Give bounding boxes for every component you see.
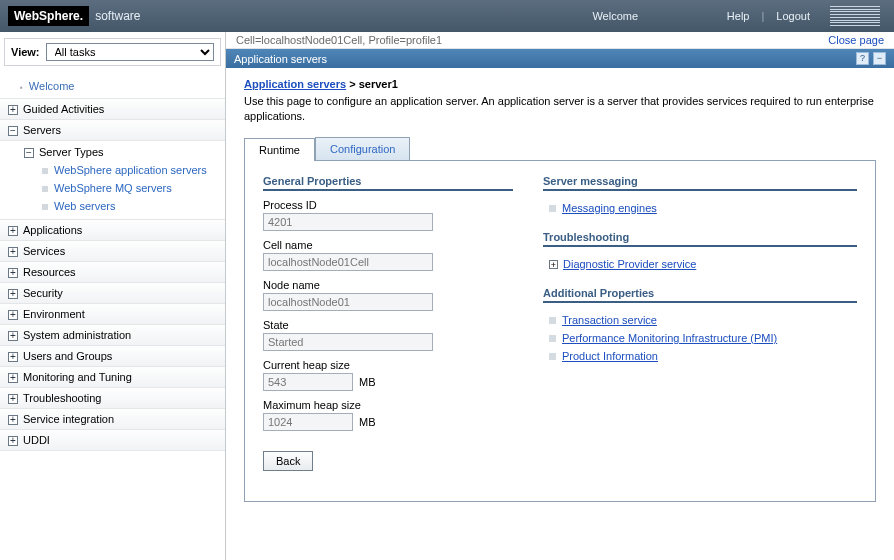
top-bar: WebSphere. software Welcome Help | Logou… (0, 0, 894, 32)
expand-icon[interactable]: + (549, 260, 558, 269)
tab-configuration[interactable]: Configuration (315, 137, 410, 160)
bullet-icon (549, 353, 556, 360)
input-cell-name (263, 253, 433, 271)
back-button[interactable]: Back (263, 451, 313, 471)
expand-icon[interactable]: + (8, 247, 18, 257)
nav-uddi[interactable]: +UDDI (0, 430, 225, 451)
crumb-current: server1 (359, 78, 398, 90)
cell-path: Cell=localhostNode01Cell, Profile=profil… (236, 34, 442, 46)
crumb-appservers[interactable]: Application servers (244, 78, 346, 90)
nav-web[interactable]: Web servers (22, 197, 225, 215)
section-additional-properties: Additional Properties (543, 287, 857, 303)
panel-title: Application servers (234, 53, 327, 65)
view-label: View: (11, 46, 40, 58)
page-description: Use this page to configure an applicatio… (244, 94, 876, 125)
collapse-icon[interactable]: − (8, 126, 18, 136)
input-state (263, 333, 433, 351)
expand-icon[interactable]: + (8, 310, 18, 320)
expand-icon[interactable]: + (8, 436, 18, 446)
expand-icon[interactable]: + (8, 415, 18, 425)
nav-resources[interactable]: +Resources (0, 262, 225, 283)
expand-icon[interactable]: + (8, 373, 18, 383)
nav-service-integration[interactable]: +Service integration (0, 409, 225, 430)
link-transaction-service[interactable]: Transaction service (562, 314, 657, 326)
bullet-icon (549, 205, 556, 212)
nav-tree: Welcome +Guided Activities −Servers −Ser… (0, 72, 225, 451)
expand-icon[interactable]: + (8, 226, 18, 236)
panel: Application servers ? − Application serv… (226, 49, 894, 522)
link-messaging-engines[interactable]: Messaging engines (562, 202, 657, 214)
tab-runtime[interactable]: Runtime (244, 138, 315, 161)
close-page-link[interactable]: Close page (828, 34, 884, 46)
nav-mq[interactable]: WebSphere MQ servers (22, 179, 225, 197)
top-help[interactable]: Help (727, 10, 750, 22)
input-max-heap (263, 413, 353, 431)
label-cell-name: Cell name (263, 239, 513, 251)
view-select[interactable]: All tasks (46, 43, 214, 61)
section-troubleshooting: Troubleshooting (543, 231, 857, 247)
brand-strong: WebSphere. (8, 6, 89, 26)
brand-suffix: software (95, 9, 140, 23)
nav-welcome[interactable]: Welcome (0, 74, 225, 99)
nav-troubleshooting[interactable]: +Troubleshooting (0, 388, 225, 409)
nav-users[interactable]: +Users and Groups (0, 346, 225, 367)
unit-mb: MB (359, 376, 376, 388)
ibm-logo (830, 6, 880, 26)
top-sep: | (761, 10, 764, 22)
label-state: State (263, 319, 513, 331)
nav-server-types[interactable]: −Server Types (22, 143, 225, 161)
view-row: View: All tasks (4, 38, 221, 66)
help-icon[interactable]: ? (856, 52, 869, 65)
minimize-icon[interactable]: − (873, 52, 886, 65)
top-welcome[interactable]: Welcome (592, 10, 638, 22)
expand-icon[interactable]: + (8, 289, 18, 299)
expand-icon[interactable]: + (8, 268, 18, 278)
nav-sysadmin[interactable]: +System administration (0, 325, 225, 346)
input-node-name (263, 293, 433, 311)
input-process-id (263, 213, 433, 231)
nav-security[interactable]: +Security (0, 283, 225, 304)
nav-was[interactable]: WebSphere application servers (22, 161, 225, 179)
input-current-heap (263, 373, 353, 391)
expand-icon[interactable]: + (8, 105, 18, 115)
link-product-info[interactable]: Product Information (562, 350, 658, 362)
nav-servers-children: −Server Types WebSphere application serv… (0, 141, 225, 220)
top-logout[interactable]: Logout (776, 10, 810, 22)
link-diagnostic-provider[interactable]: Diagnostic Provider service (563, 258, 696, 270)
bullet-icon (42, 204, 48, 210)
breadcrumb: Application servers > server1 (244, 78, 876, 90)
brand: WebSphere. software (0, 0, 149, 32)
panel-title-bar: Application servers ? − (226, 49, 894, 68)
unit-mb: MB (359, 416, 376, 428)
content: Cell=localhostNode01Cell, Profile=profil… (226, 32, 894, 560)
label-node-name: Node name (263, 279, 513, 291)
label-max-heap: Maximum heap size (263, 399, 513, 411)
nav-monitoring[interactable]: +Monitoring and Tuning (0, 367, 225, 388)
bullet-icon (549, 335, 556, 342)
nav-guided[interactable]: +Guided Activities (0, 99, 225, 120)
nav-servers[interactable]: −Servers (0, 120, 225, 141)
bullet-icon (42, 186, 48, 192)
link-pmi[interactable]: Performance Monitoring Infrastructure (P… (562, 332, 777, 344)
section-server-messaging: Server messaging (543, 175, 857, 191)
collapse-icon[interactable]: − (24, 148, 34, 158)
tab-pane: General Properties Process ID Cell name … (244, 161, 876, 502)
tabs: Runtime Configuration (244, 137, 876, 161)
label-current-heap: Current heap size (263, 359, 513, 371)
expand-icon[interactable]: + (8, 352, 18, 362)
path-row: Cell=localhostNode01Cell, Profile=profil… (226, 32, 894, 49)
nav-services[interactable]: +Services (0, 241, 225, 262)
nav-applications[interactable]: +Applications (0, 220, 225, 241)
expand-icon[interactable]: + (8, 394, 18, 404)
bullet-icon (549, 317, 556, 324)
section-general-properties: General Properties (263, 175, 513, 191)
bullet-icon (42, 168, 48, 174)
nav-environment[interactable]: +Environment (0, 304, 225, 325)
sidebar: View: All tasks Welcome +Guided Activiti… (0, 32, 226, 560)
label-process-id: Process ID (263, 199, 513, 211)
expand-icon[interactable]: + (8, 331, 18, 341)
